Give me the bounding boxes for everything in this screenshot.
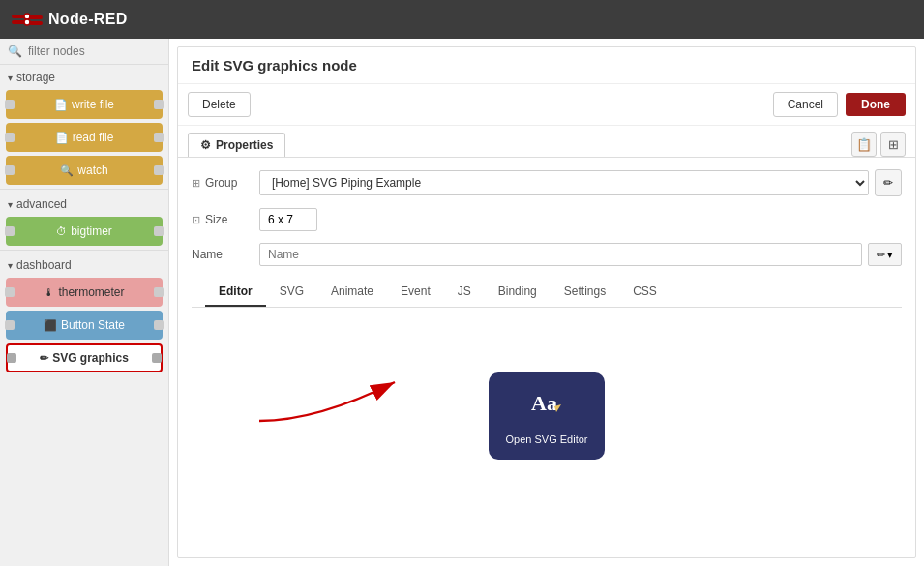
port-right bbox=[154, 133, 164, 142]
prop-group-row: ⊞ Group [Home] SVG Piping Example ✏ bbox=[192, 169, 902, 196]
button-icon: ⬛ bbox=[44, 319, 57, 332]
group-label-text: Group bbox=[205, 176, 237, 190]
copy-icon-btn[interactable]: ⊞ bbox=[880, 132, 906, 157]
node-watch-label: watch bbox=[77, 164, 107, 177]
font-icon: Aa bbox=[529, 385, 564, 427]
port-right bbox=[154, 226, 164, 236]
thermometer-icon: 🌡 bbox=[44, 286, 54, 298]
port-right bbox=[154, 100, 164, 109]
node-write-file-label: write file bbox=[72, 98, 114, 111]
search-icon: 🔍 bbox=[8, 45, 22, 58]
edit-panel: Edit SVG graphics node Delete Cancel Don… bbox=[177, 46, 916, 558]
node-write-file[interactable]: 📄 write file bbox=[6, 90, 163, 119]
tab-properties-label: Properties bbox=[216, 138, 273, 152]
port-left bbox=[5, 226, 15, 236]
svg-rect-1 bbox=[12, 20, 25, 24]
name-label: Name bbox=[192, 248, 250, 261]
typography-icon: Aa bbox=[529, 385, 564, 420]
node-bigtimer-label: bigtimer bbox=[71, 224, 112, 238]
filter-box[interactable]: 🔍 bbox=[0, 39, 168, 65]
section-storage[interactable]: ▾ storage bbox=[0, 65, 168, 88]
group-label: ⊞ Group bbox=[192, 176, 250, 190]
group-select-wrap: [Home] SVG Piping Example ✏ bbox=[259, 169, 902, 196]
pencil-icon: ✏ bbox=[877, 249, 885, 261]
section-advanced[interactable]: ▾ advanced bbox=[0, 192, 168, 215]
delete-button[interactable]: Delete bbox=[188, 92, 251, 117]
svg-text:Aa: Aa bbox=[531, 391, 557, 415]
chevron-down-icon: ▾ bbox=[8, 199, 13, 210]
svg-rect-0 bbox=[12, 15, 25, 18]
node-button-state[interactable]: ⬛ Button State bbox=[6, 311, 163, 340]
tab-animate[interactable]: Animate bbox=[317, 278, 387, 307]
size-label-text: Size bbox=[205, 213, 227, 226]
port-right bbox=[154, 287, 164, 297]
group-select[interactable]: [Home] SVG Piping Example bbox=[259, 170, 869, 195]
node-watch[interactable]: 🔍 watch bbox=[6, 156, 163, 185]
section-advanced-label: advanced bbox=[16, 197, 67, 211]
file-icon: 📄 bbox=[55, 132, 69, 144]
file-icon: 📄 bbox=[54, 99, 68, 111]
logo-icon bbox=[12, 9, 43, 30]
tab-settings[interactable]: Settings bbox=[551, 278, 619, 307]
size-input[interactable] bbox=[259, 208, 317, 231]
node-button-state-label: Button State bbox=[61, 318, 125, 332]
port-left bbox=[5, 320, 15, 330]
section-storage-label: storage bbox=[16, 71, 55, 84]
info-icon-btn[interactable]: 📋 bbox=[851, 132, 877, 157]
port-right bbox=[152, 353, 162, 363]
open-svg-editor-button[interactable]: Aa Open SVG Editor bbox=[489, 372, 605, 460]
size-label: ⊡ Size bbox=[192, 213, 250, 226]
tab-css[interactable]: CSS bbox=[619, 278, 671, 307]
chevron-down-icon: ▾ bbox=[887, 249, 893, 261]
name-input[interactable] bbox=[259, 243, 862, 266]
svg-point-2 bbox=[24, 14, 30, 19]
main-area: 🔍 ▾ storage 📄 write file 📄 read file 🔍 w… bbox=[0, 39, 924, 566]
name-options-button[interactable]: ✏ ▾ bbox=[868, 243, 902, 266]
port-left bbox=[5, 100, 15, 109]
svg-rect-4 bbox=[29, 15, 43, 19]
content-area: Edit SVG graphics node Delete Cancel Don… bbox=[169, 39, 924, 566]
cancel-button[interactable]: Cancel bbox=[773, 92, 838, 117]
node-read-file-label: read file bbox=[73, 131, 114, 144]
section-dashboard-label: dashboard bbox=[16, 258, 72, 272]
port-right bbox=[154, 320, 164, 330]
gear-icon: ⚙ bbox=[200, 138, 211, 152]
node-thermometer[interactable]: 🌡 thermometer bbox=[6, 278, 163, 307]
timer-icon: ⏱ bbox=[56, 225, 67, 237]
svg-rect-5 bbox=[29, 21, 43, 25]
tab-properties[interactable]: ⚙ Properties bbox=[188, 133, 285, 157]
tab-js[interactable]: JS bbox=[444, 278, 485, 307]
node-svg-graphics-label: SVG graphics bbox=[52, 351, 129, 365]
port-left bbox=[7, 353, 16, 363]
name-label-text: Name bbox=[192, 248, 223, 261]
arrow-pointer bbox=[221, 339, 433, 435]
open-svg-editor-label: Open SVG Editor bbox=[506, 432, 588, 446]
props-body: ⊞ Group [Home] SVG Piping Example ✏ ⊡ Si bbox=[178, 158, 915, 524]
tab-svg[interactable]: SVG bbox=[266, 278, 317, 307]
section-dashboard[interactable]: ▾ dashboard bbox=[0, 253, 168, 276]
chevron-down-icon: ▾ bbox=[8, 260, 13, 271]
tab-binding[interactable]: Binding bbox=[485, 278, 551, 307]
props-icons: 📋 ⊞ bbox=[851, 132, 906, 157]
port-left bbox=[5, 287, 15, 297]
node-thermometer-label: thermometer bbox=[58, 285, 124, 299]
node-bigtimer[interactable]: ⏱ bigtimer bbox=[6, 217, 163, 246]
prop-name-row: Name ✏ ▾ bbox=[192, 243, 902, 266]
group-icon: ⊞ bbox=[192, 177, 200, 190]
app-title: Node-RED bbox=[48, 11, 128, 28]
node-read-file[interactable]: 📄 read file bbox=[6, 123, 163, 152]
node-svg-graphics[interactable]: ✏ SVG graphics bbox=[6, 343, 163, 372]
port-left bbox=[5, 133, 15, 142]
group-edit-button[interactable]: ✏ bbox=[875, 169, 902, 196]
sidebar: 🔍 ▾ storage 📄 write file 📄 read file 🔍 w… bbox=[0, 39, 169, 566]
editor-tabs-row: Editor SVG Animate Event JS Bi bbox=[192, 278, 902, 308]
properties-tab-row: ⚙ Properties 📋 ⊞ bbox=[178, 126, 915, 158]
done-button[interactable]: Done bbox=[846, 93, 906, 116]
tab-editor[interactable]: Editor bbox=[205, 278, 266, 307]
filter-input[interactable] bbox=[28, 45, 161, 58]
app-logo: Node-RED bbox=[12, 9, 128, 30]
prop-size-row: ⊡ Size bbox=[192, 208, 902, 231]
tab-event[interactable]: Event bbox=[387, 278, 444, 307]
svg-point-3 bbox=[24, 19, 30, 25]
pencil-icon: ✏ bbox=[40, 352, 48, 365]
